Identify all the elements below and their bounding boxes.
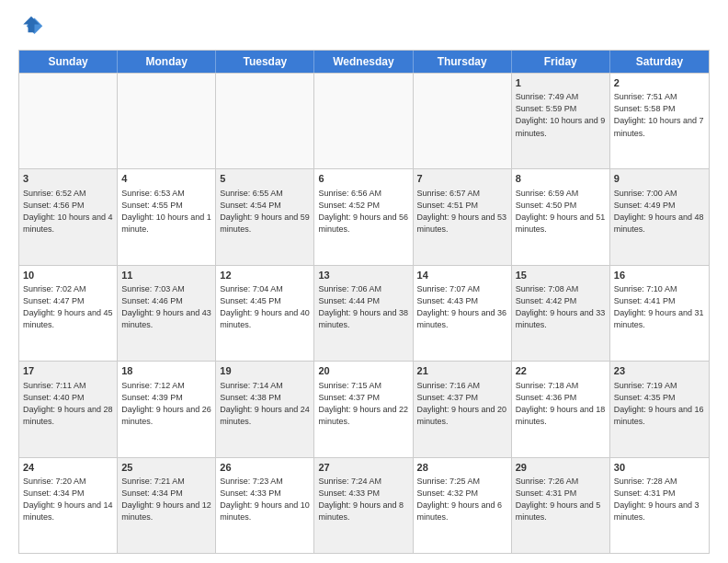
cal-cell-2-3: 13Sunrise: 7:06 AM Sunset: 4:44 PM Dayli… — [314, 266, 413, 361]
day-number: 29 — [516, 461, 606, 475]
calendar-row-3: 17Sunrise: 7:11 AM Sunset: 4:40 PM Dayli… — [19, 361, 709, 456]
day-number: 6 — [318, 172, 408, 186]
cell-info: Sunrise: 7:15 AM Sunset: 4:37 PM Dayligh… — [318, 380, 408, 428]
cal-cell-1-1: 4Sunrise: 6:53 AM Sunset: 4:55 PM Daylig… — [118, 169, 216, 264]
day-number: 28 — [417, 461, 507, 475]
cal-cell-3-2: 19Sunrise: 7:14 AM Sunset: 4:38 PM Dayli… — [216, 362, 314, 456]
day-number: 2 — [614, 76, 705, 90]
day-number: 12 — [220, 269, 310, 282]
cell-info: Sunrise: 7:14 AM Sunset: 4:38 PM Dayligh… — [220, 380, 310, 428]
day-number: 3 — [23, 172, 113, 186]
cell-info: Sunrise: 7:12 AM Sunset: 4:39 PM Dayligh… — [121, 380, 211, 428]
cal-cell-0-5: 1Sunrise: 7:49 AM Sunset: 5:59 PM Daylig… — [512, 74, 610, 168]
header-day-thursday: Thursday — [414, 51, 512, 73]
cal-cell-3-0: 17Sunrise: 7:11 AM Sunset: 4:40 PM Dayli… — [19, 362, 118, 456]
cell-info: Sunrise: 7:18 AM Sunset: 4:36 PM Dayligh… — [516, 380, 606, 428]
day-number: 7 — [417, 172, 507, 186]
cal-cell-3-6: 23Sunrise: 7:19 AM Sunset: 4:35 PM Dayli… — [610, 362, 709, 456]
cal-cell-0-1 — [118, 74, 216, 168]
calendar-row-0: 1Sunrise: 7:49 AM Sunset: 5:59 PM Daylig… — [19, 73, 709, 168]
cell-info: Sunrise: 7:21 AM Sunset: 4:34 PM Dayligh… — [121, 476, 211, 523]
cal-cell-0-4 — [414, 74, 512, 168]
cal-cell-4-3: 27Sunrise: 7:24 AM Sunset: 4:33 PM Dayli… — [314, 458, 413, 553]
cell-info: Sunrise: 7:16 AM Sunset: 4:37 PM Dayligh… — [417, 380, 507, 428]
cell-info: Sunrise: 7:49 AM Sunset: 5:59 PM Dayligh… — [516, 91, 606, 139]
cal-cell-1-3: 6Sunrise: 6:56 AM Sunset: 4:52 PM Daylig… — [314, 169, 413, 264]
cell-info: Sunrise: 6:59 AM Sunset: 4:50 PM Dayligh… — [516, 188, 606, 236]
cal-cell-1-5: 8Sunrise: 6:59 AM Sunset: 4:50 PM Daylig… — [512, 169, 610, 264]
cal-cell-2-0: 10Sunrise: 7:02 AM Sunset: 4:47 PM Dayli… — [19, 266, 118, 361]
day-number: 26 — [220, 461, 310, 475]
day-number: 21 — [417, 364, 507, 378]
header-day-wednesday: Wednesday — [314, 51, 413, 73]
cal-cell-1-6: 9Sunrise: 7:00 AM Sunset: 4:49 PM Daylig… — [610, 169, 709, 264]
header-day-sunday: Sunday — [19, 51, 118, 73]
day-number: 15 — [516, 269, 606, 282]
day-number: 18 — [121, 364, 211, 378]
cell-info: Sunrise: 7:25 AM Sunset: 4:32 PM Dayligh… — [417, 476, 507, 523]
cal-cell-4-1: 25Sunrise: 7:21 AM Sunset: 4:34 PM Dayli… — [118, 458, 216, 553]
calendar-body: 1Sunrise: 7:49 AM Sunset: 5:59 PM Daylig… — [19, 73, 709, 553]
cal-cell-4-0: 24Sunrise: 7:20 AM Sunset: 4:34 PM Dayli… — [19, 458, 118, 553]
calendar-row-2: 10Sunrise: 7:02 AM Sunset: 4:47 PM Dayli… — [19, 265, 709, 361]
header-day-friday: Friday — [512, 51, 610, 73]
cell-info: Sunrise: 7:26 AM Sunset: 4:31 PM Dayligh… — [516, 476, 606, 523]
day-number: 30 — [614, 461, 705, 475]
cal-cell-2-5: 15Sunrise: 7:08 AM Sunset: 4:42 PM Dayli… — [512, 266, 610, 361]
cal-cell-0-6: 2Sunrise: 7:51 AM Sunset: 5:58 PM Daylig… — [610, 74, 709, 168]
cal-cell-3-4: 21Sunrise: 7:16 AM Sunset: 4:37 PM Dayli… — [414, 362, 512, 456]
cal-cell-1-2: 5Sunrise: 6:55 AM Sunset: 4:54 PM Daylig… — [216, 169, 314, 264]
cell-info: Sunrise: 7:02 AM Sunset: 4:47 PM Dayligh… — [23, 283, 113, 331]
page: SundayMondayTuesdayWednesdayThursdayFrid… — [0, 0, 728, 563]
cell-info: Sunrise: 6:55 AM Sunset: 4:54 PM Dayligh… — [220, 188, 310, 236]
calendar-row-4: 24Sunrise: 7:20 AM Sunset: 4:34 PM Dayli… — [19, 457, 709, 553]
cell-info: Sunrise: 7:10 AM Sunset: 4:41 PM Dayligh… — [614, 283, 705, 331]
cal-cell-3-1: 18Sunrise: 7:12 AM Sunset: 4:39 PM Dayli… — [118, 362, 216, 456]
cal-cell-0-0 — [19, 74, 118, 168]
cell-info: Sunrise: 7:28 AM Sunset: 4:31 PM Dayligh… — [614, 476, 705, 523]
day-number: 16 — [614, 269, 705, 282]
day-number: 14 — [417, 269, 507, 282]
cal-cell-2-4: 14Sunrise: 7:07 AM Sunset: 4:43 PM Dayli… — [414, 266, 512, 361]
cell-info: Sunrise: 7:00 AM Sunset: 4:49 PM Dayligh… — [614, 188, 705, 236]
logo — [18, 15, 48, 40]
day-number: 11 — [121, 269, 211, 282]
cal-cell-4-2: 26Sunrise: 7:23 AM Sunset: 4:33 PM Dayli… — [216, 458, 314, 553]
cell-info: Sunrise: 6:53 AM Sunset: 4:55 PM Dayligh… — [121, 188, 211, 236]
header-day-saturday: Saturday — [610, 51, 709, 73]
cell-info: Sunrise: 6:52 AM Sunset: 4:56 PM Dayligh… — [23, 188, 113, 236]
cal-cell-0-3 — [314, 74, 413, 168]
cell-info: Sunrise: 7:06 AM Sunset: 4:44 PM Dayligh… — [318, 283, 408, 331]
cell-info: Sunrise: 7:20 AM Sunset: 4:34 PM Dayligh… — [23, 476, 113, 523]
cal-cell-1-4: 7Sunrise: 6:57 AM Sunset: 4:51 PM Daylig… — [414, 169, 512, 264]
cell-info: Sunrise: 7:03 AM Sunset: 4:46 PM Dayligh… — [121, 283, 211, 331]
day-number: 20 — [318, 364, 408, 378]
header-day-tuesday: Tuesday — [216, 51, 314, 73]
cal-cell-2-6: 16Sunrise: 7:10 AM Sunset: 4:41 PM Dayli… — [610, 266, 709, 361]
header — [18, 15, 710, 40]
cell-info: Sunrise: 6:57 AM Sunset: 4:51 PM Dayligh… — [417, 188, 507, 236]
day-number: 10 — [23, 269, 113, 282]
cal-cell-1-0: 3Sunrise: 6:52 AM Sunset: 4:56 PM Daylig… — [19, 169, 118, 264]
cal-cell-0-2 — [216, 74, 314, 168]
day-number: 8 — [516, 172, 606, 186]
day-number: 23 — [614, 364, 705, 378]
cell-info: Sunrise: 7:08 AM Sunset: 4:42 PM Dayligh… — [516, 283, 606, 331]
day-number: 25 — [121, 461, 211, 475]
cell-info: Sunrise: 7:23 AM Sunset: 4:33 PM Dayligh… — [220, 476, 310, 523]
day-number: 5 — [220, 172, 310, 186]
day-number: 4 — [121, 172, 211, 186]
day-number: 27 — [318, 461, 408, 475]
cell-info: Sunrise: 7:51 AM Sunset: 5:58 PM Dayligh… — [614, 91, 705, 139]
cell-info: Sunrise: 7:11 AM Sunset: 4:40 PM Dayligh… — [23, 380, 113, 428]
cal-cell-3-5: 22Sunrise: 7:18 AM Sunset: 4:36 PM Dayli… — [512, 362, 610, 456]
day-number: 22 — [516, 364, 606, 378]
cell-info: Sunrise: 7:19 AM Sunset: 4:35 PM Dayligh… — [614, 380, 705, 428]
day-number: 19 — [220, 364, 310, 378]
header-day-monday: Monday — [118, 51, 216, 73]
logo-icon — [18, 15, 44, 40]
calendar: SundayMondayTuesdayWednesdayThursdayFrid… — [18, 50, 710, 554]
day-number: 13 — [318, 269, 408, 282]
cell-info: Sunrise: 6:56 AM Sunset: 4:52 PM Dayligh… — [318, 188, 408, 236]
day-number: 1 — [516, 76, 606, 90]
